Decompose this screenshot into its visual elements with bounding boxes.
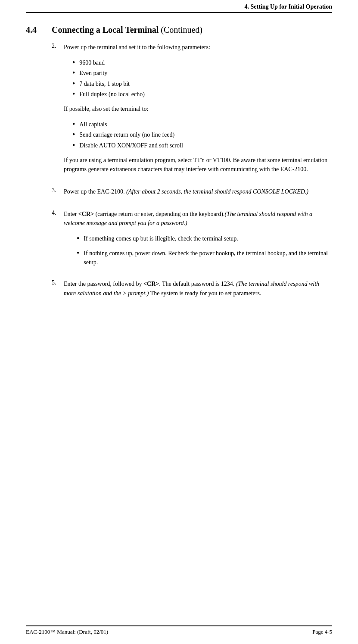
item-content-3: Power up the EAC-2100. (After about 2 se… bbox=[64, 187, 332, 203]
item-5-part3: The system is ready for you to set param… bbox=[149, 290, 261, 297]
numbered-item-3: 3. Power up the EAC-2100. (After about 2… bbox=[52, 187, 332, 203]
item-5-part2: . The default password is 1234. bbox=[159, 281, 236, 287]
bullet-icon: • bbox=[72, 69, 75, 78]
section-heading-normal: (Continued) bbox=[159, 25, 202, 34]
bullet-icon: • bbox=[72, 120, 75, 129]
list-item: •Even parity bbox=[72, 69, 332, 78]
item-2-bullets: •9600 baud •Even parity •7 data bits, 1 … bbox=[72, 58, 332, 99]
bullet-icon: • bbox=[77, 234, 79, 244]
section-title: 4.4 Connecting a Local Terminal (Continu… bbox=[26, 25, 332, 35]
item-3-text: Power up the EAC-2100. (After about 2 se… bbox=[64, 187, 332, 197]
item-content-5: Enter the password, followed by <CR>. Th… bbox=[64, 279, 332, 304]
item-4-text: Enter <CR> (carriage return or enter, de… bbox=[64, 209, 332, 228]
list-item: •All capitals bbox=[72, 120, 332, 129]
bullet-icon: • bbox=[72, 90, 75, 99]
list-item: •Send carriage return only (no line feed… bbox=[72, 130, 332, 140]
list-item: •7 data bits, 1 stop bit bbox=[72, 79, 332, 89]
content-area: 2. Power up the terminal and set it to t… bbox=[52, 43, 332, 304]
numbered-item-4: 4. Enter <CR> (carriage return or enter,… bbox=[52, 209, 332, 272]
list-item: •9600 baud bbox=[72, 58, 332, 68]
bullet-icon: • bbox=[72, 130, 75, 140]
item-number-5: 5. bbox=[52, 279, 64, 286]
footer-left: EAC-2100™ Manual: (Draft, 02/01) bbox=[26, 628, 108, 635]
item-2-extra-bullets: •All capitals •Send carriage return only… bbox=[72, 120, 332, 150]
item-4-bold: <CR> bbox=[78, 211, 94, 217]
bullet-icon: • bbox=[72, 79, 75, 89]
bullet-icon: • bbox=[77, 249, 79, 258]
bullet-icon: • bbox=[72, 58, 75, 68]
item-number-3: 3. bbox=[52, 187, 64, 194]
numbered-item-2: 2. Power up the terminal and set it to t… bbox=[52, 43, 332, 180]
footer-right: Page 4-5 bbox=[312, 628, 332, 635]
item-content-4: Enter <CR> (carriage return or enter, de… bbox=[64, 209, 332, 272]
list-item: •Full duplex (no local echo) bbox=[72, 90, 332, 99]
sub-bullet-text: If something comes up but is illegible, … bbox=[84, 234, 238, 244]
item-2-note: If you are using a terminal emulation pr… bbox=[64, 156, 332, 174]
section-heading-bold: Connecting a Local Terminal bbox=[52, 25, 159, 34]
header-title: 4. Setting Up for Initial Operation bbox=[244, 3, 332, 10]
item-2-extra-intro: If possible, also set the terminal to: bbox=[64, 104, 332, 114]
item-3-normal: Power up the EAC-2100. bbox=[64, 188, 126, 195]
page-footer: EAC-2100™ Manual: (Draft, 02/01) Page 4-… bbox=[26, 625, 332, 635]
list-item: •Disable AUTO XON/XOFF and soft scroll bbox=[72, 141, 332, 150]
item-number-4: 4. bbox=[52, 209, 64, 216]
item-2-intro: Power up the terminal and set it to the … bbox=[64, 43, 332, 52]
item-5-part1: Enter the password, followed by bbox=[64, 281, 143, 287]
item-content-2: Power up the terminal and set it to the … bbox=[64, 43, 332, 180]
bullet-icon: • bbox=[72, 141, 75, 150]
section-number: 4.4 bbox=[26, 25, 43, 35]
numbered-item-5: 5. Enter the password, followed by <CR>.… bbox=[52, 279, 332, 304]
item-4-part1: Enter bbox=[64, 211, 78, 217]
sub-bullet-text: If nothing comes up, power down. Recheck… bbox=[84, 249, 332, 267]
list-item: • If nothing comes up, power down. Reche… bbox=[77, 249, 332, 267]
item-5-text: Enter the password, followed by <CR>. Th… bbox=[64, 279, 332, 298]
item-4-part2: (carriage return or enter, depending on … bbox=[94, 211, 224, 217]
list-item: • If something comes up but is illegible… bbox=[77, 234, 332, 244]
item-3-italic: (After about 2 seconds, the terminal sho… bbox=[126, 188, 308, 195]
item-4-subbullets: • If something comes up but is illegible… bbox=[77, 234, 332, 267]
page-header: 4. Setting Up for Initial Operation bbox=[26, 0, 332, 13]
item-5-bold: <CR> bbox=[143, 281, 159, 287]
item-number-2: 2. bbox=[52, 43, 64, 50]
